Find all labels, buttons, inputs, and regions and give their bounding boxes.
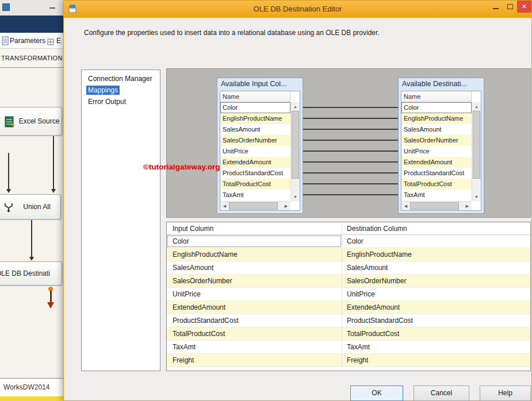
union-all-node[interactable]: Union All: [0, 194, 61, 219]
destination-column-cell[interactable]: Freight: [342, 354, 530, 367]
close-button[interactable]: ×: [517, 1, 531, 13]
column-list-item[interactable]: SalesAmount: [401, 124, 472, 135]
list-column-header[interactable]: Name: [401, 91, 472, 102]
column-list-item[interactable]: SalesAmount: [220, 124, 290, 135]
mapping-table: Input Column Destination Column ColorCol…: [166, 222, 531, 371]
mapping-table-row[interactable]: UnitPriceUnitPrice: [167, 288, 530, 301]
minimize-icon[interactable]: [49, 7, 55, 9]
union-all-icon: [3, 202, 14, 214]
maximize-button[interactable]: [503, 1, 517, 13]
column-list-item[interactable]: EnglishProductName: [220, 113, 290, 124]
input-column-cell[interactable]: UnitPrice: [167, 288, 342, 300]
list-body: Name ColorEnglishProductNameSalesAmountS…: [401, 91, 481, 211]
mapping-table-row[interactable]: EnglishProductNameEnglishProductName: [167, 248, 530, 261]
scroll-right-icon[interactable]: ▶: [282, 202, 290, 210]
nav-item-label-selected[interactable]: Mappings: [86, 86, 120, 95]
mapping-table-row[interactable]: FreightFreight: [167, 354, 530, 367]
scroll-right-icon[interactable]: ▶: [463, 202, 472, 210]
scrollbar-thumb[interactable]: [473, 111, 480, 179]
scrollbar-thumb[interactable]: [229, 202, 278, 210]
input-column-cell[interactable]: TotalProductCost: [167, 327, 342, 340]
column-list-item[interactable]: SalesOrderNumber: [220, 135, 290, 146]
destination-column-cell[interactable]: SalesOrderNumber: [342, 275, 530, 287]
oledb-destination-node[interactable]: OLE DB Destinati: [0, 261, 62, 286]
column-list-item[interactable]: TotalProductCost: [401, 179, 472, 190]
scroll-left-icon[interactable]: ◀: [220, 202, 229, 210]
column-list-item[interactable]: TotalProductCost: [220, 179, 290, 190]
column-list-item[interactable]: ExtendedAmount: [401, 157, 472, 168]
destination-column-cell[interactable]: ExtendedAmount: [342, 301, 530, 314]
column-list-item[interactable]: UnitPrice: [401, 146, 472, 157]
scroll-up-icon[interactable]: ▲: [472, 102, 481, 111]
input-column-header[interactable]: Input Column: [167, 222, 342, 234]
column-list-item[interactable]: Color: [401, 102, 472, 113]
column-list-item[interactable]: ProductStandardCost: [401, 168, 472, 179]
column-list-item[interactable]: SalesOrderNumber: [401, 135, 472, 146]
column-list-item[interactable]: Color: [220, 102, 290, 113]
input-column-cell[interactable]: SalesOrderNumber: [167, 275, 342, 287]
horizontal-scrollbar[interactable]: ◀ ▶: [220, 201, 290, 210]
error-output-arrowhead-icon: [47, 302, 54, 309]
input-column-cell[interactable]: Color: [167, 235, 342, 248]
destination-column-header[interactable]: Destination Column: [342, 222, 530, 234]
column-list-item[interactable]: TaxAmt: [220, 190, 290, 200]
ok-button[interactable]: OK: [350, 385, 403, 401]
excel-source-node[interactable]: Excel Source: [0, 107, 62, 136]
scrollbar-thumb[interactable]: [292, 111, 299, 179]
mapping-table-row[interactable]: TotalProductCostTotalProductCost: [167, 327, 530, 341]
cancel-button[interactable]: Cancel: [414, 385, 469, 401]
scroll-down-icon[interactable]: ▼: [291, 192, 300, 201]
input-column-cell[interactable]: ProductStandardCost: [167, 314, 342, 327]
nav-item-connection-manager[interactable]: Connection Manager: [82, 73, 160, 84]
column-list-item[interactable]: TaxAmt: [401, 190, 472, 200]
list-column-header[interactable]: Name: [220, 91, 290, 102]
screen: Parameters E TRANSFORMATION Excel Source…: [0, 0, 532, 401]
mapping-table-row[interactable]: TaxAmtTaxAmt: [167, 341, 530, 354]
app-icon[interactable]: [2, 3, 10, 11]
destination-column-cell[interactable]: ProductStandardCost: [342, 314, 530, 327]
input-column-cell[interactable]: Freight: [167, 354, 342, 367]
designer-background: Parameters E TRANSFORMATION Excel Source…: [0, 0, 63, 401]
column-list-item[interactable]: ExtendedAmount: [220, 157, 290, 168]
nav-item-mappings[interactable]: Mappings: [82, 84, 160, 96]
nav-item-label[interactable]: Error Output: [86, 97, 128, 106]
destination-column-cell[interactable]: TaxAmt: [342, 341, 530, 353]
mapping-table-row[interactable]: ColorColor: [167, 235, 530, 248]
vertical-scrollbar[interactable]: ▲ ▼: [472, 102, 481, 201]
minimize-button[interactable]: [489, 1, 503, 13]
connector-line: [53, 136, 54, 189]
input-column-cell[interactable]: EnglishProductName: [167, 248, 342, 261]
scroll-down-icon[interactable]: ▼: [472, 192, 481, 201]
destination-column-cell[interactable]: TotalProductCost: [342, 327, 530, 340]
nav-item-error-output[interactable]: Error Output: [82, 96, 160, 107]
destination-column-cell[interactable]: UnitPrice: [342, 288, 530, 300]
list-title: Available Destinati...: [399, 78, 484, 90]
mapping-line: [303, 194, 398, 195]
column-list-item[interactable]: EnglishProductName: [401, 113, 472, 124]
input-column-cell[interactable]: SalesAmount: [167, 261, 342, 274]
maximize-icon: [507, 4, 513, 9]
mapping-table-row[interactable]: ExtendedAmountExtendedAmount: [167, 301, 530, 314]
horizontal-scrollbar[interactable]: ◀ ▶: [401, 201, 472, 210]
destination-column-cell[interactable]: EnglishProductName: [342, 248, 530, 261]
scroll-up-icon[interactable]: ▲: [291, 102, 300, 111]
mapping-line: [303, 107, 398, 108]
mapping-table-row[interactable]: SalesOrderNumberSalesOrderNumber: [167, 275, 530, 288]
destination-column-cell[interactable]: SalesAmount: [342, 261, 530, 274]
mapping-table-row[interactable]: ProductStandardCostProductStandardCost: [167, 314, 530, 327]
column-list-item[interactable]: ProductStandardCost: [220, 168, 290, 179]
vertical-scrollbar[interactable]: ▲ ▼: [290, 102, 300, 201]
destination-column-cell[interactable]: Color: [342, 235, 530, 248]
background-toolbar: Parameters E: [0, 33, 63, 49]
background-title-bar: [0, 16, 63, 33]
mapping-table-row[interactable]: SalesAmountSalesAmount: [167, 261, 530, 275]
scrollbar-thumb[interactable]: [410, 202, 459, 210]
parameters-tab[interactable]: Parameters: [10, 33, 45, 49]
scroll-left-icon[interactable]: ◀: [401, 202, 410, 210]
column-list-item[interactable]: UnitPrice: [220, 146, 290, 157]
dialog-titlebar[interactable]: OLE DB Destination Editor ×: [64, 1, 531, 18]
nav-item-label[interactable]: Connection Manager: [86, 74, 154, 83]
help-button[interactable]: Help: [480, 385, 531, 401]
input-column-cell[interactable]: TaxAmt: [167, 341, 342, 353]
input-column-cell[interactable]: ExtendedAmount: [167, 301, 342, 314]
